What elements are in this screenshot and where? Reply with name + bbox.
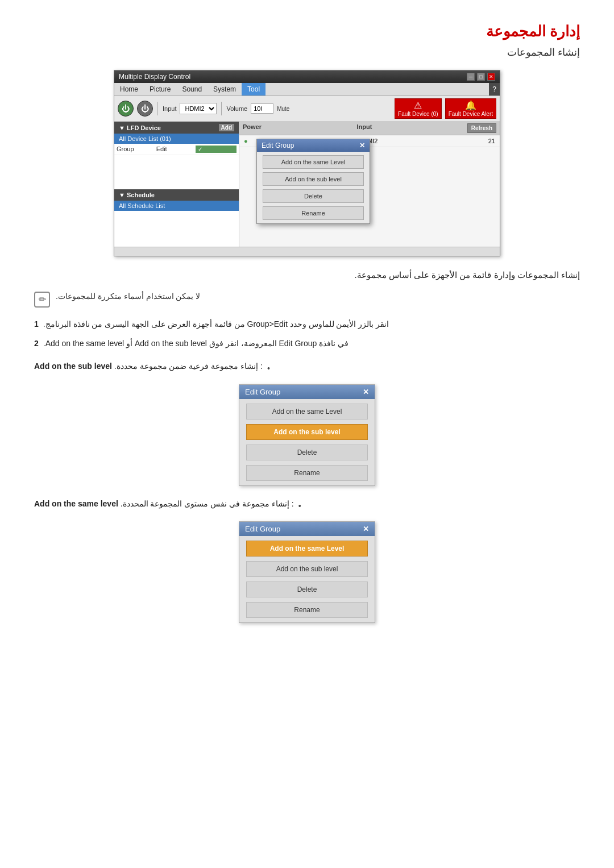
page-title: إدارة المجموعة — [34, 23, 580, 40]
input-label: Input — [163, 105, 176, 112]
dialog2-close[interactable]: ✕ — [363, 525, 369, 533]
dialog1-close[interactable]: ✕ — [363, 388, 369, 396]
menu-bar: Home Picture Sound System Tool ? — [114, 83, 500, 96]
blank-area — [114, 155, 239, 189]
bullet-2: • : إنشاء مجموعة في نفس مستوى المجموعة ا… — [34, 497, 580, 512]
check-icon[interactable]: ✓ — [196, 146, 237, 153]
software-window-frame: Multiple Display Control ─ □ ✕ Home Pict… — [114, 70, 500, 256]
bullet-2-label: Add on the same level — [34, 499, 118, 508]
step-2: في نافذة Edit Group المعروضة، انقر فوق A… — [34, 337, 580, 350]
step-1-text: انقر بالزر الأيمن للماوس وحدد Group>Edit… — [43, 318, 389, 330]
blank-area-2 — [114, 211, 239, 228]
maximize-button[interactable]: □ — [477, 73, 485, 81]
refresh-button[interactable]: Refresh — [467, 123, 496, 133]
modal-title-bar: Edit Group ✕ — [257, 139, 370, 152]
modal-add-sub-level[interactable]: Add on the sub level — [263, 172, 364, 186]
edit-label[interactable]: Edit — [156, 146, 193, 153]
page-subtitle: إنشاء المجموعات — [34, 46, 580, 59]
table-header: Power Input Refresh — [239, 122, 500, 135]
dialog1-rename[interactable]: Rename — [246, 465, 368, 481]
all-device-list-row[interactable]: All Device List (01) — [114, 134, 239, 144]
menu-tool[interactable]: Tool — [242, 83, 265, 95]
power-on-button[interactable]: ⏻ — [118, 101, 134, 117]
dialog1-title: Edit Group ✕ — [239, 385, 375, 399]
steps-list: انقر بالزر الأيمن للماوس وحدد Group>Edit… — [34, 318, 580, 350]
step-2-num: 2 — [34, 337, 39, 350]
dialog1-add-same[interactable]: Add on the same Level — [246, 404, 368, 420]
edit-group-dialog-2: Edit Group ✕ Add on the same Level Add o… — [239, 521, 375, 623]
note-text: لا يمكن استخدام أسماء متكررة للمجموعات. — [56, 292, 200, 301]
input-col: Input — [356, 123, 372, 133]
fault-device-label: Fault Device (0) — [398, 111, 438, 117]
volume-input[interactable] — [251, 103, 273, 114]
fault-device-button[interactable]: ⚠ Fault Device (0) — [395, 98, 442, 119]
modal-add-same-level[interactable]: Add on the same Level — [263, 155, 364, 169]
dialog1-title-text: Edit Group — [245, 388, 280, 396]
dialog2-add-same[interactable]: Add on the same Level — [246, 541, 368, 556]
mute-label: Mute — [277, 106, 289, 112]
help-button[interactable]: ? — [489, 83, 500, 95]
power-indicator: ● — [244, 138, 248, 144]
group-edit-row: Group Edit ✓ — [114, 144, 239, 155]
step-1: انقر بالزر الأيمن للماوس وحدد Group>Edit… — [34, 318, 580, 330]
menu-picture[interactable]: Picture — [144, 83, 176, 95]
note-icon: ✏ — [34, 292, 50, 308]
minimize-button[interactable]: ─ — [467, 73, 475, 81]
dialog2-add-sub[interactable]: Add on the sub level — [246, 561, 368, 577]
group-label: Group — [117, 146, 153, 153]
edit-group-modal: Edit Group ✕ Add on the same Level Add o… — [256, 139, 370, 224]
menu-sound[interactable]: Sound — [176, 83, 208, 95]
power-col: Power — [243, 123, 262, 133]
modal-title-text: Edit Group — [262, 142, 294, 149]
window-bottom-bar — [114, 247, 500, 256]
lfd-label: ▼ LFD Device — [119, 124, 161, 131]
note-row: لا يمكن استخدام أسماء متكررة للمجموعات. … — [34, 292, 580, 308]
schedule-label: ▼ Schedule — [119, 192, 155, 198]
close-button[interactable]: ✕ — [487, 73, 495, 81]
schedule-header: ▼ Schedule — [114, 189, 239, 201]
bullet-dot-2: • — [298, 500, 301, 512]
dialog1-add-sub[interactable]: Add on the sub level — [246, 424, 368, 440]
window-title: Multiple Display Control — [119, 73, 190, 81]
content-section: إنشاء المجموعات وإدارة قائمة من الأجهزة … — [34, 268, 580, 623]
dialog2-delete[interactable]: Delete — [246, 582, 368, 597]
fault-device-alert-button[interactable]: 🔔 Fault Device Alert — [445, 98, 496, 119]
all-schedule-list[interactable]: All Schedule List — [114, 201, 239, 211]
menu-home[interactable]: Home — [114, 83, 144, 95]
window-body: ▼ LFD Device Add All Device List (01) Gr… — [114, 122, 500, 247]
power-off-button[interactable]: ⏻ — [137, 101, 153, 117]
bullet-dot-1: • — [267, 362, 270, 375]
window-title-bar: Multiple Display Control ─ □ ✕ — [114, 70, 500, 83]
modal-delete[interactable]: Delete — [263, 189, 364, 203]
bullet-2-text: : إنشاء مجموعة في نفس مستوى المجموعة الم… — [34, 497, 294, 510]
modal-rename[interactable]: Rename — [263, 206, 364, 220]
software-window: Multiple Display Control ─ □ ✕ Home Pict… — [114, 70, 500, 256]
toolbar: ⏻ ⏻ Input HDMI2 Volume Mute ⚠ Fault Devi… — [114, 96, 500, 122]
bullet-1-text: : إنشاء مجموعة فرعية ضمن مجموعة محددة. A… — [34, 360, 263, 372]
modal-close-button[interactable]: ✕ — [359, 142, 365, 149]
bullet-1-section: • : إنشاء مجموعة فرعية ضمن مجموعة محددة.… — [34, 360, 580, 375]
right-content: Power Input Refresh ● HDMI2 21 Edit Grou… — [239, 122, 500, 247]
fault-device-alert-label: Fault Device Alert — [449, 111, 493, 117]
bullet-2-section: • : إنشاء مجموعة في نفس مستوى المجموعة ا… — [34, 497, 580, 512]
number-value: 21 — [488, 138, 495, 144]
step-2-text: في نافذة Edit Group المعروضة، انقر فوق A… — [43, 337, 349, 350]
schedule-add-button[interactable]: Add — [219, 124, 234, 131]
dialog2-title: Edit Group ✕ — [239, 522, 375, 536]
window-controls: ─ □ ✕ — [467, 73, 495, 81]
input-select[interactable]: HDMI2 — [180, 103, 217, 114]
bullet-1: • : إنشاء مجموعة فرعية ضمن مجموعة محددة.… — [34, 360, 580, 375]
intro-text: إنشاء المجموعات وإدارة قائمة من الأجهزة … — [34, 268, 580, 283]
lfd-device-header: ▼ LFD Device Add — [114, 122, 239, 134]
left-panel: ▼ LFD Device Add All Device List (01) Gr… — [114, 122, 239, 247]
menu-system[interactable]: System — [208, 83, 242, 95]
dialog1-delete[interactable]: Delete — [246, 445, 368, 460]
dialog2-title-text: Edit Group — [245, 525, 280, 533]
edit-group-dialog-1: Edit Group ✕ Add on the same Level Add o… — [239, 384, 375, 486]
bullet-1-label: Add on the sub level — [34, 362, 112, 371]
step-1-num: 1 — [34, 318, 39, 330]
fault-controls: ⚠ Fault Device (0) 🔔 Fault Device Alert — [395, 98, 496, 119]
dialog2-rename[interactable]: Rename — [246, 602, 368, 618]
volume-label: Volume — [226, 105, 247, 112]
